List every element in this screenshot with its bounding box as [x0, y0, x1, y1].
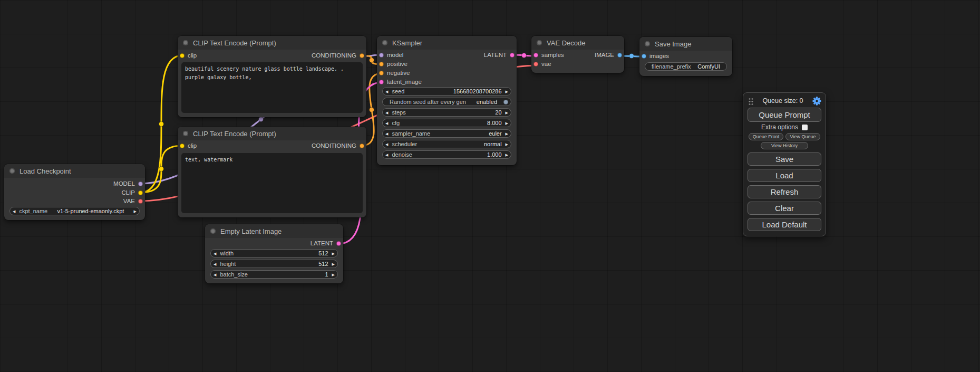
- collapse-dot-icon[interactable]: [9, 168, 15, 174]
- filename-prefix-widget[interactable]: filename_prefix ComfyUI: [645, 62, 727, 71]
- collapse-dot-icon[interactable]: [210, 228, 216, 234]
- queue-front-button[interactable]: Queue Front: [749, 133, 783, 140]
- widget-value: 512: [318, 250, 328, 256]
- denoise-widget[interactable]: ◀ denoise 1.000 ▶: [382, 150, 511, 159]
- node-title: KSampler: [392, 39, 422, 47]
- extra-options-checkbox[interactable]: [802, 125, 808, 130]
- decrement-arrow-icon[interactable]: ◀: [385, 121, 388, 125]
- increment-arrow-icon[interactable]: ▶: [506, 132, 508, 136]
- clear-button[interactable]: Clear: [748, 202, 821, 215]
- slot-dot-conditioning[interactable]: [360, 144, 364, 148]
- refresh-button[interactable]: Refresh: [748, 185, 821, 198]
- increment-arrow-icon[interactable]: ▶: [506, 153, 508, 157]
- decrement-arrow-icon[interactable]: ◀: [214, 262, 216, 266]
- slot-label: CLIP: [121, 189, 135, 196]
- toggle-state-icon[interactable]: [503, 100, 508, 104]
- input-slot-images: images: [639, 52, 732, 60]
- widget-value: 156680208700286: [453, 88, 502, 94]
- slot-label: CONDITIONING: [312, 52, 356, 59]
- node-title-bar[interactable]: Load Checkpoint: [4, 164, 145, 178]
- increment-arrow-icon[interactable]: ▶: [332, 252, 335, 255]
- increment-arrow-icon[interactable]: ▶: [332, 262, 335, 266]
- slot-dot-image[interactable]: [617, 53, 622, 58]
- increment-arrow-icon[interactable]: ▶: [332, 273, 335, 276]
- sampler-name-widget[interactable]: ◀ sampler_name euler ▶: [382, 129, 511, 138]
- link-midpoint-dot: [370, 108, 374, 112]
- seed-widget[interactable]: ◀ seed 156680208700286 ▶: [382, 87, 511, 96]
- slot-dot-clip[interactable]: [138, 190, 143, 195]
- increment-arrow-icon[interactable]: ▶: [506, 111, 508, 115]
- node-title-bar[interactable]: VAE Decode: [531, 36, 624, 50]
- settings-button[interactable]: [812, 97, 821, 106]
- view-history-button[interactable]: View History: [761, 142, 808, 149]
- batch-size-widget[interactable]: ◀ batch_size 1 ▶: [210, 270, 338, 279]
- slot-dot-vae[interactable]: [533, 62, 538, 66]
- node-ksampler[interactable]: KSampler model positive negative latent_…: [377, 36, 517, 165]
- node-title: Load Checkpoint: [20, 167, 71, 175]
- slot-label: LATENT: [311, 240, 333, 246]
- decrement-arrow-icon[interactable]: ◀: [385, 153, 388, 157]
- output-slot-conditioning: CONDITIONING: [178, 141, 366, 150]
- slot-dot-latent[interactable]: [510, 53, 515, 58]
- node-load-checkpoint[interactable]: Load Checkpoint MODEL CLIP VAE ◀ ckpt_na…: [4, 164, 145, 220]
- save-button[interactable]: Save: [748, 152, 821, 166]
- decrement-arrow-icon[interactable]: ◀: [385, 90, 388, 93]
- collapse-dot-icon[interactable]: [183, 131, 188, 136]
- decrement-arrow-icon[interactable]: ◀: [385, 132, 388, 136]
- prompt-text-area[interactable]: text, watermark: [181, 153, 363, 213]
- decrement-arrow-icon[interactable]: ◀: [385, 142, 388, 146]
- widget-label: steps: [392, 109, 495, 116]
- node-clip-text-encode-positive[interactable]: CLIP Text Encode (Prompt) clip CONDITION…: [178, 36, 366, 117]
- decrement-arrow-icon[interactable]: ◀: [385, 111, 388, 115]
- ckpt-name-widget[interactable]: ◀ ckpt_name v1-5-pruned-emaonly.ckpt ▶: [9, 207, 140, 215]
- slot-label: images: [649, 53, 669, 59]
- slot-dot-conditioning[interactable]: [379, 62, 384, 66]
- width-widget[interactable]: ◀ width 512 ▶: [210, 249, 338, 257]
- collapse-dot-icon[interactable]: [183, 40, 188, 45]
- load-default-button[interactable]: Load Default: [748, 218, 821, 231]
- node-clip-text-encode-negative[interactable]: CLIP Text Encode (Prompt) clip CONDITION…: [178, 127, 366, 217]
- decrement-arrow-icon[interactable]: ◀: [214, 273, 216, 276]
- slot-dot-latent[interactable]: [379, 80, 384, 84]
- collapse-dot-icon[interactable]: [537, 40, 542, 45]
- random-seed-toggle-widget[interactable]: Random seed after every gen enabled: [382, 98, 511, 106]
- decrement-arrow-icon[interactable]: ◀: [214, 252, 216, 255]
- node-title: CLIP Text Encode (Prompt): [193, 130, 276, 138]
- node-title-bar[interactable]: CLIP Text Encode (Prompt): [178, 36, 366, 50]
- steps-widget[interactable]: ◀ steps 20 ▶: [382, 108, 511, 117]
- node-title-bar[interactable]: Save Image: [639, 37, 732, 51]
- slot-label: VAE: [123, 198, 135, 204]
- widget-value: ComfyUI: [697, 63, 720, 70]
- height-widget[interactable]: ◀ height 512 ▶: [210, 260, 338, 268]
- widget-value: v1-5-pruned-emaonly.ckpt: [50, 208, 131, 214]
- slot-dot-model[interactable]: [138, 182, 143, 186]
- scheduler-widget[interactable]: ◀ scheduler normal ▶: [382, 140, 511, 148]
- increment-arrow-icon[interactable]: ▶: [506, 90, 508, 93]
- slot-dot-conditioning[interactable]: [360, 53, 364, 58]
- increment-arrow-icon[interactable]: ▶: [506, 142, 508, 146]
- slot-label: MODEL: [113, 180, 135, 187]
- collapse-dot-icon[interactable]: [382, 40, 387, 45]
- drag-handle-icon[interactable]: [748, 97, 753, 105]
- node-title-bar[interactable]: Empty Latent Image: [205, 224, 343, 238]
- slot-dot-latent[interactable]: [336, 241, 341, 246]
- increment-arrow-icon[interactable]: ▶: [134, 209, 137, 213]
- slot-dot-image[interactable]: [642, 54, 646, 59]
- queue-prompt-button[interactable]: Queue Prompt: [748, 108, 821, 122]
- link-midpoint-dot: [370, 58, 374, 63]
- widget-label: ckpt_name: [19, 208, 47, 214]
- increment-arrow-icon[interactable]: ▶: [506, 121, 508, 125]
- view-queue-button[interactable]: View Queue: [785, 133, 820, 140]
- cfg-widget[interactable]: ◀ cfg 8.000 ▶: [382, 119, 511, 127]
- prompt-text-area[interactable]: beautiful scenery nature glass bottle la…: [181, 62, 363, 113]
- decrement-arrow-icon[interactable]: ◀: [13, 209, 15, 213]
- node-title-bar[interactable]: CLIP Text Encode (Prompt): [178, 127, 366, 140]
- node-empty-latent-image[interactable]: Empty Latent Image LATENT ◀ width 512 ▶ …: [205, 224, 343, 283]
- node-title-bar[interactable]: KSampler: [377, 36, 517, 50]
- load-button[interactable]: Load: [748, 169, 821, 182]
- slot-dot-conditioning[interactable]: [379, 71, 384, 75]
- node-vae-decode[interactable]: VAE Decode samples vae IMAGE: [531, 36, 624, 73]
- node-save-image[interactable]: Save Image images filename_prefix ComfyU…: [639, 37, 732, 76]
- slot-dot-vae[interactable]: [138, 199, 143, 204]
- collapse-dot-icon[interactable]: [645, 41, 650, 46]
